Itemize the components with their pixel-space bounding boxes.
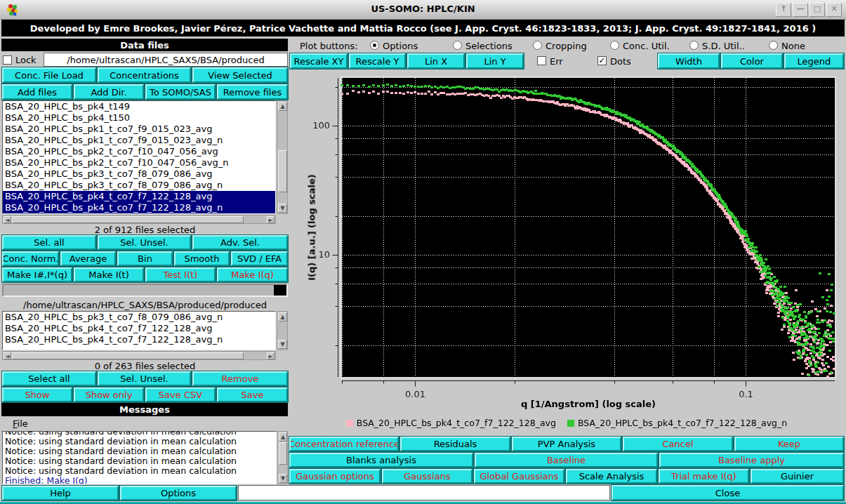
radio-sd-util[interactable] [689,41,699,50]
file-item[interactable]: BSA_20_HPLC_bs_pk3_t_co7_f8_079_086_avg [3,168,275,180]
baseline-button[interactable]: Baseline [475,453,658,467]
guinier-button[interactable]: Guinier [751,469,844,484]
file-item[interactable]: BSA_20_HPLC_bs_pk4_t_co7_f7_122_128_avg_… [3,334,275,345]
scroll-up-arrow[interactable]: ▲ [278,102,287,111]
file-item[interactable]: BSA_20_HPLC_bs_pk2_t_co7_f10_047_056_avg [3,146,275,157]
lin-y-button[interactable]: Lin Y [466,53,524,69]
advanced-select-button[interactable]: Adv. Sel. [192,235,288,250]
lin-x-button[interactable]: Lin X [407,53,465,69]
dots-checkbox[interactable]: ✓ [597,56,607,65]
add-dir-button[interactable]: Add Dir. [74,84,144,100]
radio-none[interactable] [769,41,778,50]
test-it-button[interactable]: Test I(t) [145,267,216,282]
file-item[interactable]: BSA_20_HPLC_bs_pk4_t_co7_f7_122_128_avg [3,323,275,334]
conc-norm-button[interactable]: Conc. Norm. [2,251,59,266]
gaussians-button[interactable]: Gaussians [382,469,472,484]
select-all-button[interactable]: Sel. all [2,235,96,250]
scroll-right-arrow[interactable]: ► [267,216,275,223]
file-item[interactable]: BSA_20_HPLC_bs_pk2_t_co7_f10_047_056_avg… [3,157,275,168]
blanks-analysis-button[interactable]: Blanks analysis [289,453,473,467]
close-button[interactable]: Close [612,485,844,500]
rescale-xy-button[interactable]: Rescale XY [290,53,348,69]
concentrations-button[interactable]: Concentrations [98,67,191,83]
make-iq-button[interactable]: Make I(q) [217,267,288,282]
title-bar[interactable]: US-SOMO: HPLC/KIN ↑ — □ ✕ [0,0,846,20]
radio-cropping[interactable] [533,41,542,50]
produced-select-all-button[interactable]: Select all [2,371,96,386]
legend-button[interactable]: Legend [784,53,844,69]
file-item[interactable]: BSA_20_HPLC_bs_pk3_t_co7_f8_079_086_avg_… [3,312,275,323]
gaussian-options-button[interactable]: Gaussian options [289,469,381,484]
save-csv-button[interactable]: Save CSV [145,387,216,402]
lock-checkbox[interactable] [3,55,12,65]
width-button[interactable]: Width [658,53,720,69]
residuals-button[interactable]: Residuals [400,437,510,451]
global-gaussians-button[interactable]: Global Gaussians [474,469,564,484]
produced-vscrollbar[interactable]: ▲ ▼ [277,311,288,350]
help-button[interactable]: Help [2,486,119,500]
to-somo-sas-button[interactable]: To SOMO/SAS [145,84,216,100]
smooth-button[interactable]: Smooth [174,251,230,266]
produced-sel-unsel-button[interactable]: Sel. Unsel. [98,371,191,386]
data-files-path-field[interactable]: /home/ultrascan/HPLC_SAXS/BSA/produced [44,53,288,67]
scroll-thumb[interactable] [278,150,287,192]
scroll-down-arrow[interactable]: ▼ [279,474,287,483]
conc-file-load-button[interactable]: Conc. File Load [2,67,96,83]
file-item[interactable]: BSA_20_HPLC_bs_pk1_t_co7_f9_015_023_avg_… [3,135,275,146]
data-files-vscrollbar[interactable]: ▲ ▼ [277,100,288,214]
file-item-selected[interactable]: BSA_20_HPLC_bs_pk4_t_co7_f7_122_128_avg [3,191,275,202]
file-item-selected[interactable]: BSA_20_HPLC_bs_pk4_t_co7_f7_122_128_avg_… [3,202,275,213]
file-item[interactable]: BSA_20_HPLC_bs_pk4_t150 [3,112,275,124]
rescale-y-button[interactable]: Rescale Y [349,53,406,69]
file-item[interactable]: BSA_20_HPLC_bs_pk3_t_co7_f8_079_086_avg_… [3,180,275,191]
show-only-button[interactable]: Show only [74,387,144,402]
average-button[interactable]: Average [60,251,116,266]
pvp-analysis-button[interactable]: PVP Analysis [512,437,621,451]
scroll-left-arrow[interactable]: ◄ [4,216,11,223]
radio-conc-util[interactable] [610,41,619,50]
data-files-list[interactable]: BSA_20_HPLC_bs_pk4_t149 BSA_20_HPLC_bs_p… [2,100,276,214]
scroll-down-arrow[interactable]: ▼ [278,340,287,349]
err-checkbox[interactable] [537,56,546,65]
make-iq-star-button[interactable]: Make I#,I*(q) [2,267,72,282]
select-unselect-button[interactable]: Sel. Unsel. [98,235,191,250]
concentration-reference-button[interactable]: Concentration reference [289,437,399,451]
close-window-button[interactable]: ✕ [826,3,842,17]
maximize-window-button[interactable]: □ [809,3,825,17]
scroll-up-arrow[interactable]: ▲ [278,312,287,321]
color-button[interactable]: Color [721,53,783,69]
baseline-apply-button[interactable]: Baseline apply [659,453,844,467]
saxs-plot-canvas[interactable] [289,70,844,430]
view-selected-button[interactable]: View Selected [192,67,288,83]
show-button[interactable]: Show [2,387,72,402]
make-it-button[interactable]: Make I(t) [74,267,144,282]
produced-remove-button[interactable]: Remove [192,371,288,386]
keep-button[interactable]: Keep [734,437,844,451]
scroll-thumb[interactable] [12,352,244,359]
scroll-right-arrow[interactable]: ► [267,352,275,359]
cancel-button[interactable]: Cancel [623,437,733,451]
file-item[interactable]: BSA_20_HPLC_bs_pk4_t149 [3,101,275,112]
bin-button[interactable]: Bin [117,251,173,266]
scroll-thumb[interactable] [12,216,244,223]
shade-window-button[interactable]: ↑ [776,3,791,17]
minimize-window-button[interactable]: — [793,3,808,17]
scroll-thumb[interactable] [279,442,287,465]
radio-selections[interactable] [453,41,462,50]
scale-analysis-button[interactable]: Scale Analysis [566,469,657,484]
file-item[interactable]: BSA_20_HPLC_bs_pk1_t_co7_f9_015_023_avg [3,124,275,135]
produced-hscrollbar[interactable]: ◄ ► [2,351,276,360]
messages-vscrollbar[interactable]: ▲ ▼ [277,431,288,484]
add-files-button[interactable]: Add files [2,84,72,100]
scroll-up-arrow[interactable]: ▲ [279,432,287,442]
save-button[interactable]: Save [217,387,288,402]
options-button[interactable]: Options [120,486,237,500]
scroll-left-arrow[interactable]: ◄ [4,352,11,359]
scroll-down-arrow[interactable]: ▼ [278,204,287,213]
produced-files-list[interactable]: BSA_20_HPLC_bs_pk3_t_co7_f8_079_086_avg_… [2,311,276,350]
trial-make-iq-button[interactable]: Trial make I(q) [659,469,749,484]
radio-options[interactable] [370,41,379,50]
data-files-hscrollbar[interactable]: ◄ ► [2,215,276,224]
svd-efa-button[interactable]: SVD / EFA [231,251,288,266]
remove-files-button[interactable]: Remove files [217,84,288,100]
